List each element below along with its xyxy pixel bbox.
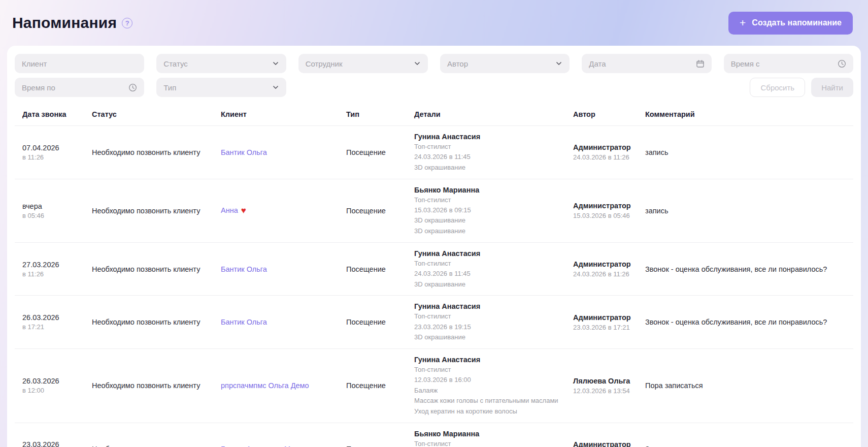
author-datetime: 15.03.2026 в 05:46 [573, 212, 636, 219]
author-name: Администратор [573, 313, 636, 322]
client-link[interactable]: Бантик Ольга [221, 148, 267, 156]
heart-icon: ♥ [241, 206, 246, 215]
clock-icon [128, 83, 137, 92]
author-filter-placeholder: Автор [447, 59, 555, 68]
type-filter-placeholder: Тип [163, 83, 272, 92]
comment-cell: Пора записаться [645, 381, 853, 390]
call-date: 26.03.2026 [22, 313, 83, 322]
call-date-cell: 26.03.2026в 17:21 [22, 313, 92, 331]
chevron-down-icon [272, 60, 279, 67]
details-visit-datetime: 12.03.2026 в 16:00 [414, 376, 564, 385]
date-filter-input[interactable]: Дата [582, 54, 711, 73]
type-cell: Посещение [346, 148, 414, 156]
details-master-name: Гунина Анастасия [414, 356, 564, 364]
author-datetime: 12.03.2026 в 13:54 [573, 387, 636, 395]
create-reminder-label: Создать напоминание [752, 18, 842, 27]
details-service: Уход кератин на короткие волосы [414, 407, 564, 416]
client-cell: Бантик Ольга [221, 318, 346, 326]
table-row: 27.03.2026в 11:26Необходимо позвонить кл… [15, 243, 853, 296]
client-input[interactable] [22, 54, 137, 73]
call-date: 07.04.2026 [22, 144, 83, 152]
client-cell: Анна♥ [221, 206, 346, 216]
client-link[interactable]: рпрспачмпмс Ольга Демо [221, 381, 309, 390]
call-time: в 12:00 [22, 387, 83, 394]
reminders-table: Дата звонка Статус Клиент Тип Детали Авт… [15, 110, 853, 447]
status-cell: Необходимо позвонить клиенту [92, 318, 221, 326]
details-master-role: Топ-стилист [414, 143, 564, 151]
details-cell: Гунина АнастасияТоп-стилист24.03.2026 в … [414, 133, 573, 172]
author-cell: Лялюева Ольга12.03.2026 в 13:54 [573, 377, 645, 395]
table-row: 26.03.2026в 17:21Необходимо позвонить кл… [15, 296, 853, 349]
call-date-cell: 26.03.2026в 12:00 [22, 377, 92, 394]
details-master-role: Топ-стилист [414, 312, 564, 321]
details-master-name: Гунина Анастасия [414, 249, 564, 258]
call-date-cell: 07.04.2026в 11:26 [22, 144, 92, 161]
comment-cell: Звонок - оценка обслуживания, все ли пон… [645, 318, 853, 326]
plus-icon: + [740, 17, 746, 28]
details-visit-datetime: 24.03.2026 в 11:45 [414, 153, 564, 162]
client-filter-input[interactable] [15, 54, 144, 73]
type-filter-select[interactable]: Тип [156, 78, 286, 97]
call-date-cell: 27.03.2026в 11:26 [22, 261, 92, 278]
call-date: 27.03.2026 [22, 261, 83, 269]
table-row: вчерав 05:46Необходимо позвонить клиенту… [15, 179, 853, 243]
details-service: Балаяж [414, 387, 564, 395]
page-title: Напоминания [12, 14, 117, 31]
author-datetime: 24.03.2026 в 11:26 [573, 270, 636, 278]
client-link[interactable]: Бантик Ольга [221, 318, 267, 326]
clock-icon [838, 59, 846, 68]
chevron-down-icon [555, 60, 562, 67]
details-master-name: Бьянко Марианна [414, 186, 564, 194]
call-date: вчера [22, 202, 83, 210]
details-service: 3D окрашивание [414, 216, 564, 225]
call-date: 23.03.2026 [22, 440, 83, 447]
create-reminder-button[interactable]: + Создать напоминание [728, 12, 853, 35]
date-filter-placeholder: Дата [589, 59, 695, 68]
call-time: в 05:46 [22, 212, 83, 219]
status-cell: Необходимо позвонить клиенту [92, 445, 221, 447]
help-icon[interactable]: ? [122, 18, 132, 28]
chevron-down-icon [414, 60, 421, 67]
client-cell: рпрспачмпмс Ольга Демо [221, 381, 346, 390]
time-to-filter-input[interactable]: Время по [15, 78, 144, 97]
author-filter-select[interactable]: Автор [440, 54, 570, 73]
author-datetime: 24.03.2026 в 11:26 [573, 153, 636, 161]
search-button[interactable]: Найти [811, 78, 853, 97]
table-row: 07.04.2026в 11:26Необходимо позвонить кл… [15, 126, 853, 179]
call-time: в 17:21 [22, 323, 83, 331]
author-name: Администратор [573, 260, 636, 268]
employee-filter-placeholder: Сотрудник [306, 59, 414, 68]
client-cell: Бантик Ольга [221, 265, 346, 273]
author-cell: Администратор24.03.2026 в 11:26 [573, 143, 645, 161]
details-cell: Гунина АнастасияТоп-стилист12.03.2026 в … [414, 356, 573, 416]
details-service: Массаж кожи головы с питательными маслам… [414, 397, 564, 405]
column-header-details: Детали [414, 110, 573, 118]
details-master-role: Топ-стилист [414, 260, 564, 268]
details-service: 3D окрашивание [414, 280, 564, 289]
comment-cell: Звонок - оценка обслуживания, все ли пон… [645, 265, 853, 273]
details-service: 3D окрашивание [414, 333, 564, 342]
status-cell: Необходимо позвонить клиенту [92, 381, 221, 390]
time-from-filter-input[interactable]: Время с [724, 54, 853, 73]
status-filter-select[interactable]: Статус [156, 54, 286, 73]
details-visit-datetime: 24.03.2026 в 11:45 [414, 270, 564, 278]
client-link[interactable]: Гунина Анастасия Максимовна [221, 445, 327, 447]
type-cell: Посещение [346, 318, 414, 326]
author-cell: Администратор15.03.2026 в 05:46 [573, 202, 645, 219]
details-master-name: Гунина Анастасия [414, 302, 564, 310]
table-row: 23.03.2026в 15:54Необходимо позвонить кл… [15, 423, 853, 447]
column-header-type: Тип [346, 110, 414, 118]
author-name: Администратор [573, 440, 636, 447]
details-master-name: Бьянко Марианна [414, 430, 564, 438]
column-header-client: Клиент [221, 110, 346, 118]
column-header-status: Статус [92, 110, 221, 118]
client-link[interactable]: Анна [221, 206, 238, 214]
comment-cell: Запись перенесена клиентом [645, 445, 853, 447]
table-row: 26.03.2026в 12:00Необходимо позвонить кл… [15, 349, 853, 423]
employee-filter-select[interactable]: Сотрудник [298, 54, 428, 73]
details-cell: Гунина АнастасияТоп-стилист23.03.2026 в … [414, 302, 573, 342]
call-time: в 11:26 [22, 270, 83, 278]
details-cell: Гунина АнастасияТоп-стилист24.03.2026 в … [414, 249, 573, 289]
reset-button[interactable]: Сбросить [750, 78, 805, 97]
client-link[interactable]: Бантик Ольга [221, 265, 267, 273]
